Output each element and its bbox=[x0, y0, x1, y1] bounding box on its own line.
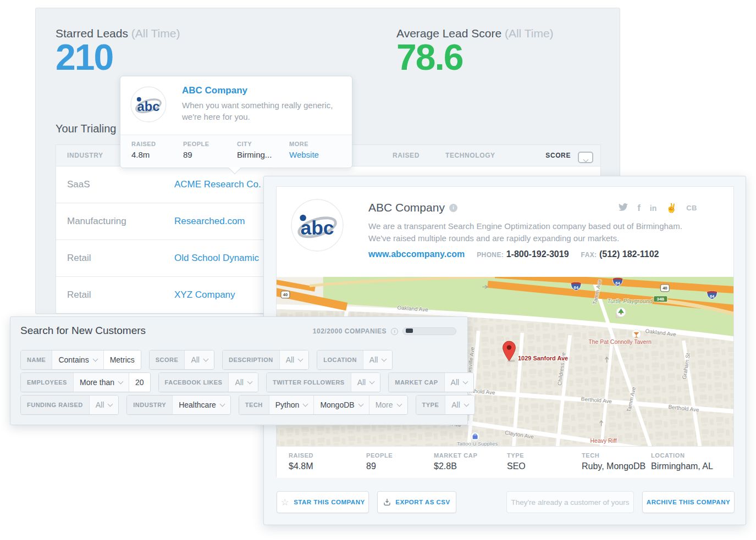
stat-value: Birmingham, AL bbox=[651, 461, 713, 471]
filter-label: NAME bbox=[21, 350, 52, 369]
company-website-link[interactable]: www.abccompany.com bbox=[368, 249, 465, 259]
info-icon[interactable]: i bbox=[391, 328, 398, 335]
filter-select[interactable]: All bbox=[185, 350, 214, 369]
tooltip-company-description: When you want something really generic, … bbox=[182, 99, 347, 123]
filter-select[interactable]: Python bbox=[269, 396, 314, 414]
company-link[interactable]: ACME Research Co. bbox=[174, 179, 261, 190]
score-sort-dropdown[interactable] bbox=[578, 152, 593, 163]
filter-select[interactable]: Contains bbox=[52, 350, 103, 369]
svg-text:abc: abc bbox=[137, 99, 160, 114]
search-panel: Search for New Customers 102/2000 COMPAN… bbox=[10, 316, 468, 425]
stat-label: PEOPLE bbox=[183, 141, 209, 147]
filter-description: DESCRIPTION All bbox=[222, 350, 309, 370]
filter-market-cap: MARKET CAP All bbox=[388, 372, 474, 392]
filter-employees: EMPLOYEES More than 20 bbox=[20, 372, 151, 392]
website-link[interactable]: Website bbox=[289, 150, 319, 159]
svg-text:40: 40 bbox=[663, 286, 667, 291]
chevron-down-icon bbox=[247, 379, 253, 385]
tooltip-company-name[interactable]: ABC Company bbox=[182, 85, 247, 96]
fax-value: (512) 182-1102 bbox=[599, 249, 659, 259]
stat-label: RAISED bbox=[131, 141, 156, 147]
chevron-down-icon bbox=[219, 402, 225, 407]
poi-label: Turtle Playground bbox=[608, 298, 653, 304]
phone-value: 1-800-192-3019 bbox=[506, 249, 569, 259]
filter-select[interactable]: All bbox=[229, 373, 258, 392]
star-company-button[interactable]: ☆ STAR THIS COMPANY bbox=[277, 491, 369, 513]
stat-value: 4.8m bbox=[131, 150, 156, 159]
filter-label: FACEBOOK LIKES bbox=[159, 373, 229, 392]
company-link[interactable]: Researched.com bbox=[174, 216, 245, 227]
slider-thumb[interactable] bbox=[406, 329, 413, 333]
stat-value: Birming... bbox=[237, 150, 272, 159]
filter-select[interactable]: All bbox=[351, 373, 380, 392]
filter-select[interactable]: MongoDB bbox=[314, 396, 369, 414]
filter-select[interactable]: Healthcare bbox=[173, 396, 230, 414]
twitter-icon[interactable] bbox=[619, 203, 628, 213]
section-title: Your Trialing bbox=[56, 123, 116, 135]
chevron-down-icon bbox=[382, 357, 387, 362]
filter-score: SCORE All bbox=[149, 350, 214, 370]
chevron-down-icon bbox=[396, 402, 402, 407]
svg-text:64: 64 bbox=[615, 281, 620, 286]
stat-value: $2.8B bbox=[434, 461, 477, 471]
filter-input[interactable]: Metrics bbox=[104, 350, 141, 369]
stat-label: MARKET CAP bbox=[434, 452, 477, 459]
info-icon[interactable]: i bbox=[449, 204, 457, 212]
stat-value: 89 bbox=[183, 150, 209, 159]
svg-text:34B: 34B bbox=[656, 297, 664, 302]
column-header-raised: RAISED bbox=[393, 152, 420, 159]
stat-value: $4.8M bbox=[289, 461, 313, 471]
poi-label: Heavy Riff bbox=[591, 438, 617, 444]
filter-select[interactable]: All bbox=[280, 350, 309, 369]
angellist-icon[interactable]: ✌ bbox=[666, 204, 677, 213]
starred-leads-period: (All Time) bbox=[131, 27, 180, 40]
chevron-down-icon bbox=[583, 157, 588, 163]
filter-select[interactable]: More than bbox=[74, 373, 129, 392]
avg-lead-score-value: 78.6 bbox=[396, 39, 462, 75]
company-logo: abc bbox=[291, 199, 344, 252]
filter-input[interactable]: 20 bbox=[129, 373, 150, 392]
column-header-score: SCORE bbox=[545, 152, 571, 159]
company-tooltip: abc ABC Company When you want something … bbox=[120, 76, 352, 168]
archive-company-button[interactable]: ARCHIVE THIS COMPANY bbox=[642, 491, 735, 513]
facebook-icon[interactable]: f bbox=[637, 203, 641, 213]
filter-location: LOCATION All bbox=[317, 350, 393, 370]
company-count-slider[interactable] bbox=[402, 327, 456, 335]
chevron-down-icon bbox=[463, 379, 468, 385]
filter-row: EMPLOYEES More than 20 FACEBOOK LIKES Al… bbox=[20, 372, 474, 392]
industry-cell: Manufacturing bbox=[67, 216, 126, 227]
chevron-down-icon bbox=[358, 402, 363, 407]
crunchbase-icon[interactable]: CB bbox=[686, 204, 697, 211]
filter-label: TWITTER FOLLOWERS bbox=[267, 373, 351, 392]
filter-label: FUNDING RAISED bbox=[21, 396, 90, 414]
already-customer-button[interactable]: They're already a customer of yours bbox=[506, 491, 634, 513]
column-header-industry: INDUSTRY bbox=[67, 152, 103, 159]
filter-select[interactable]: All bbox=[90, 396, 119, 414]
chevron-down-icon bbox=[298, 357, 303, 362]
phone-label: PHONE: bbox=[477, 251, 504, 259]
filter-select[interactable]: More bbox=[369, 396, 407, 414]
column-header-technology: TECHNOLOGY bbox=[445, 152, 495, 159]
pin-address-label: 1029 Sanford Ave bbox=[518, 355, 568, 361]
filter-select[interactable]: All bbox=[363, 350, 393, 369]
poi-label: The Pat Connolly Tavern bbox=[588, 339, 652, 345]
chevron-down-icon bbox=[463, 402, 469, 407]
filter-label: INDUSTRY bbox=[127, 396, 173, 414]
filter-label: LOCATION bbox=[317, 350, 363, 369]
company-name: ABC Company i bbox=[368, 201, 457, 214]
stat-label: TYPE bbox=[507, 452, 526, 459]
filter-label: DESCRIPTION bbox=[223, 350, 280, 369]
linkedin-icon[interactable]: in bbox=[650, 204, 656, 212]
chevron-down-icon bbox=[203, 357, 209, 362]
company-contact-row: www.abccompany.com PHONE: 1-800-192-3019… bbox=[368, 249, 659, 259]
chevron-down-icon bbox=[118, 379, 124, 385]
filter-select[interactable]: All bbox=[445, 373, 474, 392]
company-link[interactable]: XYZ Company bbox=[174, 290, 235, 300]
filter-label: TECH bbox=[239, 396, 269, 414]
filter-funding-raised: FUNDING RAISED All bbox=[20, 395, 119, 415]
company-link[interactable]: Old School Dynamic bbox=[174, 253, 259, 264]
filter-select[interactable]: All bbox=[445, 396, 474, 414]
export-csv-button[interactable]: EXPORT AS CSV bbox=[377, 491, 456, 513]
company-stats-row: RAISED $4.8M PEOPLE 89 MARKET CAP $2.8B … bbox=[277, 446, 733, 478]
industry-cell: SaaS bbox=[67, 179, 90, 190]
